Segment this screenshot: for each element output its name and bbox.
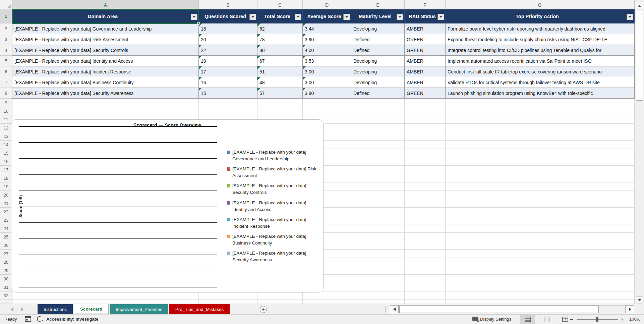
row-header-2[interactable]: 2 [0, 23, 12, 34]
cell[interactable] [199, 291, 257, 300]
cell[interactable]: 15 [199, 88, 257, 99]
cell[interactable] [446, 216, 635, 224]
sheet-tab-pro_tips_and_mistakes[interactable]: Pro_Tips_and_Mistakes [169, 304, 230, 315]
cell[interactable] [351, 241, 405, 250]
cell[interactable]: 19 [199, 56, 257, 66]
cell[interactable] [446, 275, 635, 283]
cell[interactable] [446, 266, 635, 275]
cell[interactable] [351, 115, 405, 124]
cell[interactable]: 48 [257, 77, 303, 88]
cell[interactable] [351, 283, 405, 291]
cell[interactable]: 51 [257, 66, 303, 77]
cell[interactable]: [EXAMPLE - Replace with your data] Busin… [12, 77, 199, 88]
column-header-G[interactable]: G [446, 0, 635, 9]
zoom-in-button[interactable]: + [621, 316, 624, 322]
cell[interactable]: 3.90 [303, 34, 351, 45]
row-header-10[interactable]: 10 [0, 107, 12, 115]
cell[interactable] [405, 291, 446, 300]
zoom-slider-thumb[interactable] [596, 317, 598, 322]
column-header-B[interactable]: B [199, 0, 257, 9]
cell[interactable] [351, 107, 405, 115]
cell[interactable]: Developing [351, 23, 405, 34]
cell[interactable] [446, 258, 635, 266]
cell[interactable] [12, 291, 199, 300]
accessibility-status-label[interactable]: Accessibility: Investigate [46, 317, 98, 322]
row-header-28[interactable]: 28 [0, 258, 12, 266]
cell[interactable]: 16 [199, 77, 257, 88]
cell[interactable]: Developing [351, 66, 405, 77]
tab-nav-right-icon[interactable] [21, 307, 23, 311]
cell[interactable] [12, 300, 199, 304]
cell[interactable] [446, 174, 635, 182]
cell[interactable] [351, 233, 405, 241]
cell[interactable] [405, 258, 446, 266]
cell[interactable] [12, 99, 199, 107]
cell[interactable] [446, 199, 635, 208]
column-filter-header[interactable]: Top Priority Action [446, 9, 635, 23]
cell[interactable] [405, 166, 446, 174]
cell[interactable] [405, 208, 446, 216]
cell[interactable] [303, 99, 351, 107]
row-header-16[interactable]: 16 [0, 157, 12, 166]
cell[interactable]: AMBER [405, 23, 446, 34]
scroll-down-button[interactable] [636, 296, 643, 304]
row-header-24[interactable]: 24 [0, 224, 12, 233]
zoom-out-button[interactable]: − [570, 316, 573, 323]
row-header-1[interactable]: 1 [0, 9, 12, 23]
cell[interactable] [351, 266, 405, 275]
cell[interactable] [405, 266, 446, 275]
cell[interactable]: Defined [351, 45, 405, 56]
filter-dropdown-button[interactable] [343, 14, 350, 20]
row-header-4[interactable]: 4 [0, 45, 12, 56]
cell[interactable] [351, 99, 405, 107]
cell[interactable]: 62 [257, 23, 303, 34]
filter-dropdown-button[interactable] [627, 14, 633, 20]
sheet-tab-instructions[interactable]: Instructions [38, 304, 73, 315]
cell[interactable] [446, 149, 635, 157]
cell[interactable] [405, 233, 446, 241]
row-header-31[interactable]: 31 [0, 283, 12, 291]
cell[interactable] [405, 107, 446, 115]
row-header-29[interactable]: 29 [0, 266, 12, 275]
column-header-C[interactable]: C [257, 0, 303, 9]
cell[interactable] [12, 107, 199, 115]
cell[interactable] [446, 224, 635, 233]
cell[interactable] [351, 300, 405, 304]
cell[interactable]: 20 [199, 34, 257, 45]
row-header-13[interactable]: 13 [0, 132, 12, 141]
cell[interactable] [405, 199, 446, 208]
cell[interactable] [405, 241, 446, 250]
cell[interactable]: Conduct first full-scale IR tabletop exe… [446, 66, 635, 77]
row-header-5[interactable]: 5 [0, 56, 12, 66]
cell[interactable]: 57 [257, 88, 303, 99]
cell[interactable] [446, 115, 635, 124]
row-header-6[interactable]: 6 [0, 66, 12, 77]
cell[interactable] [351, 191, 405, 199]
cell[interactable]: Validate RTOs for critical systems throu… [446, 77, 635, 88]
row-header-27[interactable]: 27 [0, 250, 12, 258]
cell[interactable] [351, 199, 405, 208]
cell[interactable]: GREEN [405, 45, 446, 56]
cell[interactable] [351, 291, 405, 300]
cell[interactable] [405, 149, 446, 157]
cell[interactable]: [EXAMPLE - Replace with your data] Gover… [12, 23, 199, 34]
cell[interactable]: Defined [351, 88, 405, 99]
cell[interactable] [446, 291, 635, 300]
column-header-D[interactable]: D [303, 0, 351, 9]
column-filter-header[interactable]: Total Score [257, 9, 303, 23]
cell[interactable]: 18 [199, 23, 257, 34]
filter-dropdown-button[interactable] [295, 14, 301, 20]
cell[interactable]: Implement automated access recertificati… [446, 56, 635, 66]
tab-nav-left-icon[interactable] [11, 307, 13, 311]
cell[interactable] [351, 216, 405, 224]
cell[interactable] [405, 283, 446, 291]
cell[interactable]: 3.00 [303, 77, 351, 88]
macro-record-icon[interactable] [25, 316, 31, 322]
tab-splitter-dots[interactable] [385, 307, 386, 312]
filter-dropdown-button[interactable] [249, 14, 256, 20]
cell[interactable]: 67 [257, 56, 303, 66]
row-header-14[interactable]: 14 [0, 141, 12, 149]
cell[interactable] [405, 216, 446, 224]
cell[interactable]: Developing [351, 56, 405, 66]
cell[interactable]: [EXAMPLE - Replace with your data] Secur… [12, 88, 199, 99]
